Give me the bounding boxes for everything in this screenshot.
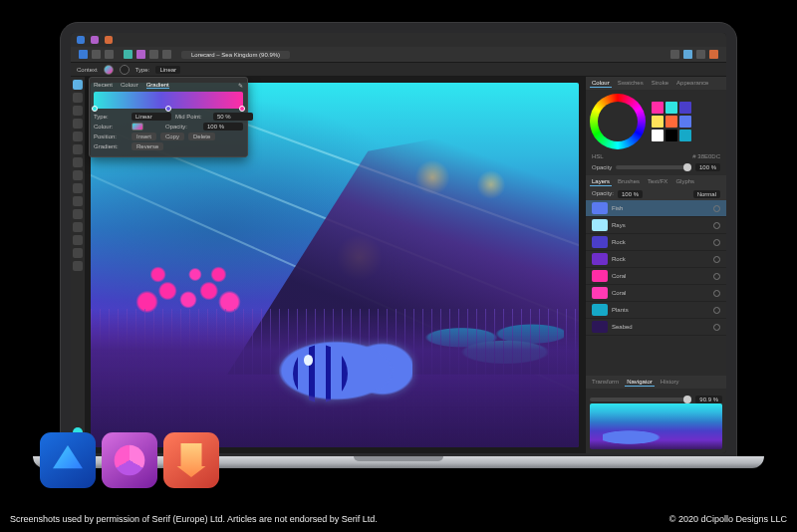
fill-swatch-icon[interactable] [104,65,114,75]
text-tool-icon[interactable] [73,209,83,219]
gradient-tab-recent[interactable]: Recent [94,82,113,89]
gradient-tab-colour[interactable]: Colour [121,82,138,89]
opacity-field[interactable]: 100 % [203,123,243,131]
hue-wheel[interactable] [590,94,646,149]
corner-tool-icon[interactable] [73,106,83,116]
layer-row[interactable]: Rock [586,251,726,268]
zoom-slider[interactable] [590,398,691,401]
swatch-chip[interactable] [679,130,691,141]
help-icon[interactable] [709,50,718,59]
sv-box[interactable] [604,108,632,135]
visibility-toggle-icon[interactable] [713,290,720,297]
swatch-chip[interactable] [665,116,677,128]
boolean-icon[interactable] [696,50,705,59]
delete-button[interactable]: Delete [188,133,215,140]
shape-tool-icon[interactable] [73,196,83,206]
tab-layers[interactable]: Layers [590,177,612,186]
visibility-toggle-icon[interactable] [713,205,720,212]
gradient-panel[interactable]: Recent Colour Gradient ✎ Type: Linear Mi… [89,77,248,157]
gradient-stop-icon[interactable] [92,106,98,112]
insert-icon[interactable] [683,50,692,59]
rotate-icon[interactable] [162,50,171,59]
visibility-toggle-icon[interactable] [713,307,720,314]
gradient-stop-icon[interactable] [239,106,245,112]
pencil-tool-icon[interactable] [73,132,83,141]
gradient-stop-icon[interactable] [165,106,171,112]
swatch-chip[interactable] [652,116,664,128]
persona-photo-icon[interactable] [91,36,99,44]
stop-colour-swatch[interactable] [132,123,143,131]
tab-appearance[interactable]: Appearance [674,79,710,88]
transparency-tool-icon[interactable] [73,170,83,180]
type-select[interactable]: Linear [132,113,171,121]
swatch-chip[interactable] [679,102,691,114]
tab-brushes[interactable]: Brushes [616,177,642,186]
brush-tool-icon[interactable] [73,144,83,154]
insert-button[interactable]: Insert [132,133,156,140]
stroke-swatch-icon[interactable] [120,65,130,75]
artboard-tool-icon[interactable] [73,222,83,232]
swatch-chip[interactable] [665,102,677,114]
layer-row[interactable]: Seabed [586,319,726,336]
tab-history[interactable]: History [659,378,681,387]
visibility-toggle-icon[interactable] [713,222,720,229]
swatch-chip[interactable] [665,130,677,141]
hex-field[interactable]: # 38E0DC [692,153,720,159]
navigator-thumbnail[interactable] [590,403,722,449]
layer-thumb-icon [592,287,608,299]
layer-row[interactable]: Coral [586,268,726,285]
visibility-toggle-icon[interactable] [713,273,720,280]
zoom-field[interactable]: 90.9 % [695,396,722,403]
tab-textfx[interactable]: Text/FX [646,177,669,186]
layer-row[interactable]: Rays [586,217,726,234]
opacity-slider[interactable] [616,165,691,169]
swatch-chip[interactable] [679,116,691,128]
align-icon[interactable] [136,50,145,59]
fill-tool-icon[interactable] [73,157,83,167]
swatch-chip[interactable] [652,130,664,141]
tab-navigator[interactable]: Navigator [625,378,655,387]
reverse-button[interactable]: Reverse [132,142,163,150]
zoom-tool-icon[interactable] [73,248,83,258]
tab-swatches[interactable]: Swatches [616,79,646,88]
save-icon[interactable] [105,50,114,59]
tab-colour[interactable]: Colour [590,79,612,88]
gradient-tab-gradient[interactable]: Gradient [146,82,169,89]
visibility-toggle-icon[interactable] [713,324,720,331]
persona-designer-icon[interactable] [77,36,85,44]
file-icon[interactable] [79,50,88,59]
visibility-toggle-icon[interactable] [713,239,720,246]
copy-button[interactable]: Copy [160,133,184,140]
persona-publisher-icon[interactable] [105,36,113,44]
colour-mode[interactable]: HSL [592,153,604,159]
open-icon[interactable] [92,50,101,59]
tab-transform[interactable]: Transform [590,378,621,387]
canvas-area[interactable]: Recent Colour Gradient ✎ Type: Linear Mi… [85,77,585,453]
move-tool-icon[interactable] [73,80,83,90]
layer-row[interactable]: Fish [586,200,726,217]
type-select[interactable]: Linear [155,66,180,74]
picker-tool-icon[interactable] [73,235,83,245]
tab-stroke[interactable]: Stroke [650,79,670,88]
arrange-icon[interactable] [670,50,679,59]
layer-row[interactable]: Rock [586,234,726,251]
picker-icon[interactable]: ✎ [238,82,243,89]
node-tool-icon[interactable] [73,93,83,103]
gradient-strip[interactable] [94,92,243,109]
swatch-chip[interactable] [652,102,664,114]
flip-icon[interactable] [149,50,158,59]
opacity-field[interactable]: 100 % [695,163,720,171]
snap-icon[interactable] [124,50,133,59]
tab-glyphs[interactable]: Glyphs [673,177,696,186]
pan-tool-icon[interactable] [73,261,83,271]
midpoint-field[interactable]: 50 % [213,113,253,121]
document-tab[interactable]: Lorecard – Sea Kingdom (90.9%) [181,51,290,59]
layer-row[interactable]: Coral [586,285,726,302]
layer-opacity-field[interactable]: 100 % [618,190,643,198]
crop-tool-icon[interactable] [73,183,83,193]
layers-panel-tabs: Layers Brushes Text/FX Glyphs [586,175,726,188]
pen-tool-icon[interactable] [73,119,83,129]
layer-row[interactable]: Plants [586,302,726,319]
blend-mode-select[interactable]: Normal [693,190,720,198]
visibility-toggle-icon[interactable] [713,256,720,263]
